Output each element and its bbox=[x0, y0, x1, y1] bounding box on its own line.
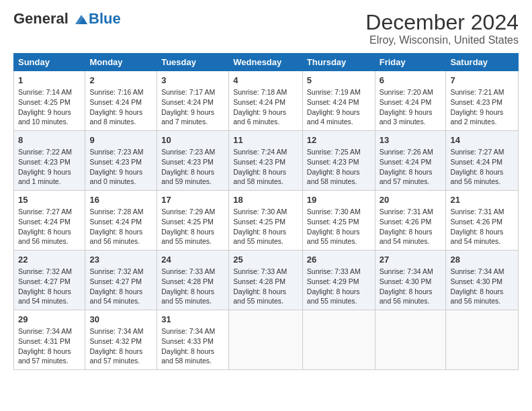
calendar-cell: 25Sunrise: 7:33 AMSunset: 4:28 PMDayligh… bbox=[229, 250, 303, 310]
day-number: 9 bbox=[89, 134, 152, 146]
day-info: Sunrise: 7:33 AMSunset: 4:29 PMDaylight:… bbox=[307, 267, 371, 306]
day-number: 26 bbox=[307, 254, 371, 266]
day-number: 4 bbox=[233, 75, 298, 87]
calendar-header: SundayMondayTuesdayWednesdayThursdayFrid… bbox=[14, 54, 519, 71]
calendar-cell: 4Sunrise: 7:18 AMSunset: 4:24 PMDaylight… bbox=[229, 71, 303, 131]
day-info: Sunrise: 7:27 AMSunset: 4:24 PMDaylight:… bbox=[450, 147, 514, 187]
day-info: Sunrise: 7:34 AMSunset: 4:33 PMDaylight:… bbox=[161, 326, 224, 366]
day-number: 8 bbox=[18, 134, 81, 146]
calendar-cell: 28Sunrise: 7:34 AMSunset: 4:30 PMDayligh… bbox=[446, 250, 519, 310]
day-number: 30 bbox=[89, 314, 152, 326]
calendar-cell: 17Sunrise: 7:29 AMSunset: 4:25 PMDayligh… bbox=[157, 191, 229, 250]
calendar-cell: 11Sunrise: 7:24 AMSunset: 4:23 PMDayligh… bbox=[229, 131, 303, 191]
calendar-cell: 5Sunrise: 7:19 AMSunset: 4:24 PMDaylight… bbox=[302, 71, 375, 131]
calendar-cell: 7Sunrise: 7:21 AMSunset: 4:23 PMDaylight… bbox=[446, 71, 519, 131]
calendar-cell: 26Sunrise: 7:33 AMSunset: 4:29 PMDayligh… bbox=[302, 250, 375, 310]
day-info: Sunrise: 7:19 AMSunset: 4:24 PMDaylight:… bbox=[307, 87, 371, 127]
calendar-cell: 23Sunrise: 7:32 AMSunset: 4:27 PMDayligh… bbox=[85, 250, 157, 310]
day-info: Sunrise: 7:24 AMSunset: 4:23 PMDaylight:… bbox=[233, 147, 298, 187]
day-number: 7 bbox=[450, 75, 514, 87]
calendar-cell: 19Sunrise: 7:30 AMSunset: 4:25 PMDayligh… bbox=[302, 191, 375, 250]
day-info: Sunrise: 7:31 AMSunset: 4:26 PMDaylight:… bbox=[450, 207, 514, 246]
day-info: Sunrise: 7:31 AMSunset: 4:26 PMDaylight:… bbox=[380, 207, 442, 246]
calendar-header-cell: Friday bbox=[375, 54, 446, 71]
day-info: Sunrise: 7:34 AMSunset: 4:30 PMDaylight:… bbox=[450, 267, 514, 306]
day-number: 31 bbox=[161, 314, 224, 326]
calendar-body: 1Sunrise: 7:14 AMSunset: 4:25 PMDaylight… bbox=[14, 71, 519, 370]
calendar-cell: 21Sunrise: 7:31 AMSunset: 4:26 PMDayligh… bbox=[446, 191, 519, 250]
calendar-cell: 8Sunrise: 7:22 AMSunset: 4:23 PMDaylight… bbox=[14, 131, 85, 191]
calendar-cell: 29Sunrise: 7:34 AMSunset: 4:31 PMDayligh… bbox=[14, 310, 85, 369]
subtitle: Elroy, Wisconsin, United States bbox=[365, 34, 519, 46]
day-number: 17 bbox=[161, 194, 224, 206]
calendar-row: 8Sunrise: 7:22 AMSunset: 4:23 PMDaylight… bbox=[14, 131, 519, 191]
calendar-cell: 31Sunrise: 7:34 AMSunset: 4:33 PMDayligh… bbox=[157, 310, 229, 369]
logo-general: General bbox=[13, 10, 69, 27]
day-info: Sunrise: 7:22 AMSunset: 4:23 PMDaylight:… bbox=[18, 147, 81, 187]
calendar-cell: 3Sunrise: 7:17 AMSunset: 4:24 PMDaylight… bbox=[157, 71, 229, 131]
day-number: 18 bbox=[233, 194, 298, 206]
day-number: 20 bbox=[380, 194, 442, 206]
calendar-cell: 10Sunrise: 7:23 AMSunset: 4:23 PMDayligh… bbox=[157, 131, 229, 191]
day-info: Sunrise: 7:32 AMSunset: 4:27 PMDaylight:… bbox=[18, 267, 81, 306]
day-info: Sunrise: 7:28 AMSunset: 4:24 PMDaylight:… bbox=[89, 207, 152, 246]
calendar-cell bbox=[446, 310, 519, 369]
calendar-header-cell: Wednesday bbox=[229, 54, 303, 71]
day-number: 6 bbox=[380, 75, 442, 87]
day-number: 15 bbox=[18, 194, 81, 206]
calendar-cell: 16Sunrise: 7:28 AMSunset: 4:24 PMDayligh… bbox=[85, 191, 157, 250]
calendar-table: SundayMondayTuesdayWednesdayThursdayFrid… bbox=[13, 53, 519, 370]
day-number: 21 bbox=[450, 194, 514, 206]
calendar-cell: 22Sunrise: 7:32 AMSunset: 4:27 PMDayligh… bbox=[14, 250, 85, 310]
day-info: Sunrise: 7:23 AMSunset: 4:23 PMDaylight:… bbox=[89, 147, 152, 187]
day-info: Sunrise: 7:20 AMSunset: 4:24 PMDaylight:… bbox=[380, 87, 442, 127]
day-info: Sunrise: 7:33 AMSunset: 4:28 PMDaylight:… bbox=[233, 267, 298, 306]
logo: General Blue bbox=[13, 11, 121, 27]
calendar-cell: 2Sunrise: 7:16 AMSunset: 4:24 PMDaylight… bbox=[85, 71, 157, 131]
day-number: 13 bbox=[380, 134, 442, 146]
day-number: 11 bbox=[233, 134, 298, 146]
calendar-cell bbox=[229, 310, 303, 369]
calendar-header-cell: Sunday bbox=[14, 54, 85, 71]
calendar-header-cell: Monday bbox=[85, 54, 157, 71]
day-info: Sunrise: 7:18 AMSunset: 4:24 PMDaylight:… bbox=[233, 87, 298, 127]
day-number: 16 bbox=[89, 194, 152, 206]
logo-blue: Blue bbox=[89, 10, 121, 27]
day-info: Sunrise: 7:32 AMSunset: 4:27 PMDaylight:… bbox=[89, 267, 152, 306]
calendar-cell: 27Sunrise: 7:34 AMSunset: 4:30 PMDayligh… bbox=[375, 250, 446, 310]
day-info: Sunrise: 7:16 AMSunset: 4:24 PMDaylight:… bbox=[89, 87, 152, 127]
calendar-cell: 13Sunrise: 7:26 AMSunset: 4:24 PMDayligh… bbox=[375, 131, 446, 191]
day-number: 22 bbox=[18, 254, 81, 266]
day-number: 14 bbox=[450, 134, 514, 146]
day-info: Sunrise: 7:14 AMSunset: 4:25 PMDaylight:… bbox=[18, 87, 81, 127]
day-info: Sunrise: 7:34 AMSunset: 4:30 PMDaylight:… bbox=[380, 267, 442, 306]
day-info: Sunrise: 7:30 AMSunset: 4:25 PMDaylight:… bbox=[233, 207, 298, 246]
day-info: Sunrise: 7:29 AMSunset: 4:25 PMDaylight:… bbox=[161, 207, 224, 246]
day-number: 24 bbox=[161, 254, 224, 266]
day-number: 3 bbox=[161, 75, 224, 87]
day-info: Sunrise: 7:33 AMSunset: 4:28 PMDaylight:… bbox=[161, 267, 224, 306]
calendar-row: 1Sunrise: 7:14 AMSunset: 4:25 PMDaylight… bbox=[14, 71, 519, 131]
calendar-cell: 18Sunrise: 7:30 AMSunset: 4:25 PMDayligh… bbox=[229, 191, 303, 250]
day-info: Sunrise: 7:26 AMSunset: 4:24 PMDaylight:… bbox=[380, 147, 442, 187]
title-block: December 2024 Elroy, Wisconsin, United S… bbox=[365, 11, 519, 46]
day-info: Sunrise: 7:23 AMSunset: 4:23 PMDaylight:… bbox=[161, 147, 224, 187]
day-number: 10 bbox=[161, 134, 224, 146]
day-number: 19 bbox=[307, 194, 371, 206]
day-number: 25 bbox=[233, 254, 298, 266]
logo-icon bbox=[74, 12, 89, 27]
day-number: 5 bbox=[307, 75, 371, 87]
day-number: 23 bbox=[89, 254, 152, 266]
day-number: 2 bbox=[89, 75, 152, 87]
calendar-header-cell: Thursday bbox=[302, 54, 375, 71]
calendar-row: 22Sunrise: 7:32 AMSunset: 4:27 PMDayligh… bbox=[14, 250, 519, 310]
calendar-cell: 30Sunrise: 7:34 AMSunset: 4:32 PMDayligh… bbox=[85, 310, 157, 369]
calendar-cell: 14Sunrise: 7:27 AMSunset: 4:24 PMDayligh… bbox=[446, 131, 519, 191]
day-info: Sunrise: 7:34 AMSunset: 4:31 PMDaylight:… bbox=[18, 326, 81, 366]
calendar-header-cell: Tuesday bbox=[157, 54, 229, 71]
calendar-cell: 24Sunrise: 7:33 AMSunset: 4:28 PMDayligh… bbox=[157, 250, 229, 310]
calendar-cell: 15Sunrise: 7:27 AMSunset: 4:24 PMDayligh… bbox=[14, 191, 85, 250]
calendar-header-cell: Saturday bbox=[446, 54, 519, 71]
day-info: Sunrise: 7:34 AMSunset: 4:32 PMDaylight:… bbox=[89, 326, 152, 366]
calendar-cell: 12Sunrise: 7:25 AMSunset: 4:23 PMDayligh… bbox=[302, 131, 375, 191]
